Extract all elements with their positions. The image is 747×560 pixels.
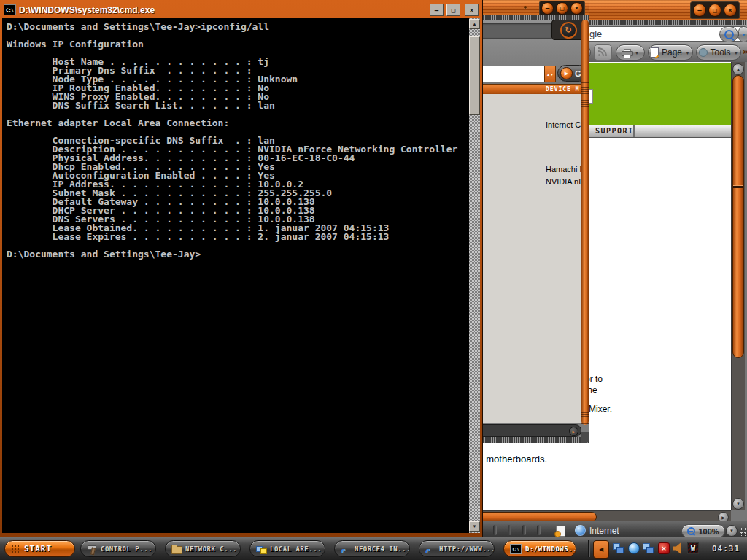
taskbar-button-label: NETWORK C... [185, 545, 237, 553]
taskbar-button-label: LOCAL ARE... [270, 545, 322, 553]
cmd-icon: C:\ [4, 4, 16, 15]
page-text-fragment: E motherboards. [477, 454, 547, 464]
list-item[interactable]: NVIDIA nF [546, 177, 584, 186]
search-dropdown-button[interactable]: ▼ [738, 26, 747, 42]
internet-zone-globe-icon [575, 525, 586, 536]
rss-icon [594, 44, 612, 61]
horizontal-scrollbar[interactable]: ▶ [470, 510, 731, 522]
statusbar-separator [493, 525, 497, 535]
taskbar-clock[interactable]: 04:31 [712, 544, 740, 553]
print-button[interactable]: ▼ [616, 44, 645, 61]
vertical-scrollbar-thumb[interactable] [581, 20, 589, 425]
horizontal-scrollbar[interactable]: ▶ [473, 424, 581, 437]
close-button[interactable]: × [465, 4, 479, 16]
page-dropdown-arrow: ▼ [685, 50, 690, 55]
taskbar: START CONTROL P... NETWORK C... LOCAL AR… [0, 537, 747, 560]
scroll-right-button[interactable]: ▶ [569, 427, 578, 436]
lan-connection-icon [256, 545, 266, 553]
taskbar-button-label: D:/WINDOWS... [525, 545, 576, 553]
window-bottom-ridge-texture [471, 437, 589, 443]
console-scrollbar[interactable]: ▲ ▼ [469, 18, 480, 533]
gear-icon [699, 48, 708, 57]
search-input[interactable]: gle [562, 26, 745, 42]
taskbar-button-cmd-active[interactable]: C:\ D:/WINDOWS... [503, 540, 576, 557]
search-icon [724, 30, 734, 39]
minimize-button[interactable]: – [541, 2, 554, 15]
taskbar-button-label: HTTP://WWW... [439, 545, 495, 553]
scrollbar-grip-texture [581, 82, 589, 107]
rss-feed-button[interactable] [594, 44, 611, 59]
cmd-titlebar[interactable]: C:\ D:\WINDOWS\system32\cmd.exe – □ × [2, 2, 480, 18]
cmd-icon: C:\ [510, 544, 522, 554]
scroll-down-button[interactable]: ▼ [469, 521, 480, 532]
vertical-scrollbar[interactable]: ▲ ▼ [731, 62, 745, 510]
search-button[interactable] [719, 26, 738, 42]
tools-menu-label: Tools [711, 47, 731, 58]
address-combo-input[interactable] [477, 66, 546, 82]
volume-speaker-tray-icon[interactable] [673, 542, 684, 554]
statusbar-separator [522, 525, 526, 535]
cmd-window-title: D:\WINDOWS\system32\cmd.exe [19, 5, 427, 15]
tools-menu-button[interactable]: Tools ▼ [696, 44, 741, 61]
start-button-label: START [24, 544, 52, 553]
statusbar-separator [537, 525, 541, 535]
device-manager-header-bar[interactable]: DEVICE M [471, 84, 589, 95]
horizontal-scrollbar-thumb[interactable] [470, 512, 597, 522]
toolbar-overflow-chevron[interactable]: » [743, 44, 747, 59]
list-item[interactable]: Internet C [546, 120, 581, 129]
winamp-tray-icon[interactable]: W [687, 542, 699, 554]
window-corner-grip[interactable] [581, 432, 589, 443]
scrollbar-thumb-seam [733, 185, 743, 188]
cmd-window: C:\ D:\WINDOWS\system32\cmd.exe – □ × D:… [0, 0, 482, 537]
network-computers-tray-icon[interactable] [613, 542, 624, 554]
close-button[interactable]: × [570, 2, 583, 15]
network-connections-list: Internet C Hamachi N NVIDIA nF [471, 94, 589, 423]
resize-grip[interactable] [740, 527, 747, 536]
close-button[interactable]: × [724, 4, 737, 17]
maximize-button[interactable]: □ [556, 2, 568, 15]
scroll-up-button[interactable]: ▲ [469, 19, 480, 29]
console-text: D:\Documents and Settings\Tee-Jay>ipconf… [7, 23, 457, 259]
back-window-controls: – □ × [690, 1, 740, 19]
taskbar-button-label: NFORCE4 IN... [355, 545, 410, 553]
refresh-icon[interactable]: ↻ [560, 22, 577, 39]
zoom-magnifier-icon [687, 527, 695, 535]
start-button-dots-icon [11, 545, 20, 553]
list-item[interactable]: Hamachi N [546, 165, 585, 174]
titlebar-dot [524, 6, 527, 9]
tray-divider [588, 540, 589, 557]
maximize-button[interactable]: □ [708, 4, 721, 17]
page-menu-button[interactable]: Page ▼ [648, 44, 693, 61]
restore-button[interactable]: □ [446, 4, 460, 16]
print-dropdown-arrow[interactable]: ▼ [635, 50, 640, 55]
minimize-button[interactable]: – [693, 4, 706, 17]
zoom-level-value: 100% [698, 527, 719, 536]
scroll-up-button[interactable]: ▲ [732, 63, 744, 75]
vertical-scrollbar-thumb[interactable] [732, 75, 744, 358]
tools-dropdown-arrow: ▼ [734, 50, 739, 55]
toolbar-recessed-panel [473, 23, 551, 39]
combo-stepper-icon[interactable]: ▲▼ [544, 66, 556, 82]
minimize-button[interactable]: – [430, 4, 444, 16]
page-alert-icon [556, 526, 565, 537]
support-tab[interactable]: SUPPORT [595, 127, 634, 135]
start-button[interactable]: START [4, 540, 75, 557]
console-scrollbar-thumb[interactable] [469, 36, 480, 115]
taskbar-button-control-panel[interactable]: CONTROL P... [80, 540, 156, 557]
taskbar-button-http-ie[interactable]: e HTTP://WWW... [419, 540, 495, 557]
taskbar-button-network-connections[interactable]: NETWORK C... [165, 540, 241, 557]
hamachi-sphere-tray-icon[interactable] [628, 542, 640, 554]
network-computers-tray-icon[interactable] [643, 542, 654, 554]
error-red-x-tray-icon[interactable]: × [658, 542, 670, 554]
scroll-down-button[interactable]: ▼ [732, 498, 744, 510]
page-menu-label: Page [662, 47, 682, 58]
refresh-button-panel: ↻ [551, 20, 585, 40]
control-panel-icon [87, 545, 97, 553]
taskbar-button-local-area-connection[interactable]: LOCAL ARE... [249, 540, 325, 557]
zoom-dropdown-button[interactable]: ▼ [726, 525, 738, 537]
console-output-area[interactable]: D:\Documents and Settings\Tee-Jay>ipconf… [2, 18, 480, 533]
taskbar-button-nforce4-ie[interactable]: e NFORCE4 IN... [334, 540, 410, 557]
explorer-window-front: – □ × ↻ ▲▼ ▶ Go DEVICE M Internet C Hama… [471, 0, 589, 443]
tray-collapse-button[interactable]: ◀ [593, 540, 609, 559]
statusbar-separator [508, 525, 511, 535]
